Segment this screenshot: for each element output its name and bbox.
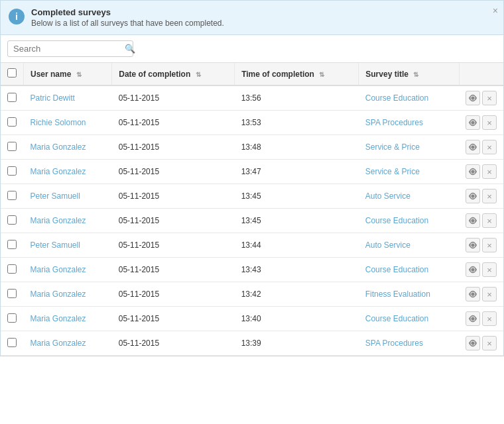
username-link[interactable]: Maria Gonzalez xyxy=(31,339,86,348)
row-date: 05-11-2015 xyxy=(112,85,235,111)
delete-button[interactable]: × xyxy=(482,336,497,350)
row-actions: × xyxy=(459,258,503,282)
row-checkbox-7[interactable] xyxy=(7,264,17,274)
survey-link[interactable]: Course Education xyxy=(365,93,428,103)
sort-date-icon[interactable]: ⇅ xyxy=(196,71,201,78)
close-button[interactable]: × xyxy=(493,6,498,15)
survey-link[interactable]: Service & Price xyxy=(365,167,420,176)
svg-point-0 xyxy=(471,96,474,99)
info-icon: i xyxy=(9,9,25,25)
survey-link[interactable]: Course Education xyxy=(365,265,428,274)
view-button[interactable] xyxy=(466,164,480,179)
svg-point-8 xyxy=(471,292,474,295)
survey-link[interactable]: Fitness Evaluation xyxy=(365,290,430,299)
row-checkbox-cell xyxy=(1,160,24,184)
table-row: Peter Samuell 05-11-2015 13:45 Auto Serv… xyxy=(1,184,503,209)
header-checkbox-col xyxy=(1,63,24,85)
username-link[interactable]: Maria Gonzalez xyxy=(31,142,86,152)
delete-icon: × xyxy=(487,167,492,177)
search-input[interactable] xyxy=(13,44,125,54)
survey-link[interactable]: Auto Service xyxy=(365,240,410,250)
action-buttons: × xyxy=(466,115,497,130)
row-checkbox-cell xyxy=(1,184,24,209)
delete-button[interactable]: × xyxy=(482,189,497,203)
username-link[interactable]: Maria Gonzalez xyxy=(31,265,86,274)
row-checkbox-cell xyxy=(1,331,24,356)
username-link[interactable]: Maria Gonzalez xyxy=(31,314,86,323)
svg-point-7 xyxy=(471,268,474,271)
view-button[interactable] xyxy=(466,213,480,228)
row-survey: Service & Price xyxy=(359,135,459,160)
select-all-checkbox[interactable] xyxy=(7,68,17,78)
view-button[interactable] xyxy=(466,140,480,154)
survey-link[interactable]: Auto Service xyxy=(365,191,410,201)
sort-username-icon[interactable]: ⇅ xyxy=(76,71,82,78)
row-checkbox-cell xyxy=(1,209,24,233)
row-actions: × xyxy=(459,184,503,209)
row-checkbox-5[interactable] xyxy=(7,215,17,225)
delete-button[interactable]: × xyxy=(482,164,497,179)
view-button[interactable] xyxy=(466,311,480,326)
row-checkbox-2[interactable] xyxy=(7,142,17,151)
username-link[interactable]: Richie Solomon xyxy=(31,118,86,127)
row-checkbox-3[interactable] xyxy=(7,166,17,176)
row-time: 13:48 xyxy=(235,135,359,160)
delete-button[interactable]: × xyxy=(482,287,497,301)
row-checkbox-0[interactable] xyxy=(7,93,17,102)
row-date: 05-11-2015 xyxy=(112,209,235,233)
row-checkbox-6[interactable] xyxy=(7,240,17,249)
survey-link[interactable]: Course Education xyxy=(365,314,428,323)
delete-button[interactable]: × xyxy=(482,115,497,130)
username-link[interactable]: Maria Gonzalez xyxy=(31,167,86,176)
row-username: Maria Gonzalez xyxy=(24,209,112,233)
view-button[interactable] xyxy=(466,262,480,277)
delete-button[interactable]: × xyxy=(482,213,497,228)
username-link[interactable]: Maria Gonzalez xyxy=(31,216,86,225)
row-checkbox-1[interactable] xyxy=(7,117,17,127)
action-buttons: × xyxy=(466,238,497,252)
row-checkbox-10[interactable] xyxy=(7,338,17,347)
delete-button[interactable]: × xyxy=(482,262,497,277)
row-actions: × xyxy=(459,209,503,233)
username-link[interactable]: Maria Gonzalez xyxy=(31,290,86,299)
survey-link[interactable]: Course Education xyxy=(365,216,428,225)
view-button[interactable] xyxy=(466,189,480,203)
sort-time-icon[interactable]: ⇅ xyxy=(319,71,324,78)
delete-button[interactable]: × xyxy=(482,140,497,154)
view-button[interactable] xyxy=(466,91,480,105)
view-button[interactable] xyxy=(466,336,480,350)
delete-button[interactable]: × xyxy=(482,91,497,105)
row-checkbox-cell xyxy=(1,282,24,307)
delete-button[interactable]: × xyxy=(482,238,497,252)
survey-link[interactable]: SPA Procedures xyxy=(365,118,423,127)
row-date: 05-11-2015 xyxy=(112,111,235,135)
row-actions: × xyxy=(459,233,503,258)
row-date: 05-11-2015 xyxy=(112,184,235,209)
username-link[interactable]: Peter Samuell xyxy=(31,240,80,250)
view-button[interactable] xyxy=(466,115,480,130)
sort-survey-icon[interactable]: ⇅ xyxy=(413,71,418,78)
table-row: Maria Gonzalez 05-11-2015 13:45 Course E… xyxy=(1,209,503,233)
row-time: 13:47 xyxy=(235,160,359,184)
action-buttons: × xyxy=(466,164,497,179)
table-row: Maria Gonzalez 05-11-2015 13:47 Service … xyxy=(1,160,503,184)
row-actions: × xyxy=(459,85,503,111)
banner-title: Completed surveys xyxy=(31,7,495,17)
row-actions: × xyxy=(459,111,503,135)
survey-link[interactable]: SPA Procedures xyxy=(365,339,423,348)
row-checkbox-9[interactable] xyxy=(7,313,17,323)
view-button[interactable] xyxy=(466,287,480,301)
survey-link[interactable]: Service & Price xyxy=(365,142,420,152)
header-time: Time of completion ⇅ xyxy=(235,63,359,85)
delete-button[interactable]: × xyxy=(482,311,497,326)
view-button[interactable] xyxy=(466,238,480,252)
svg-point-10 xyxy=(471,341,474,344)
username-link[interactable]: Patric Dewitt xyxy=(31,93,75,103)
row-actions: × xyxy=(459,307,503,331)
svg-point-3 xyxy=(471,170,474,173)
row-checkbox-8[interactable] xyxy=(7,289,17,298)
username-link[interactable]: Peter Samuell xyxy=(31,191,80,201)
row-checkbox-4[interactable] xyxy=(7,191,17,200)
action-buttons: × xyxy=(466,336,497,350)
main-container: i Completed surveys Below is a list of a… xyxy=(0,0,504,356)
